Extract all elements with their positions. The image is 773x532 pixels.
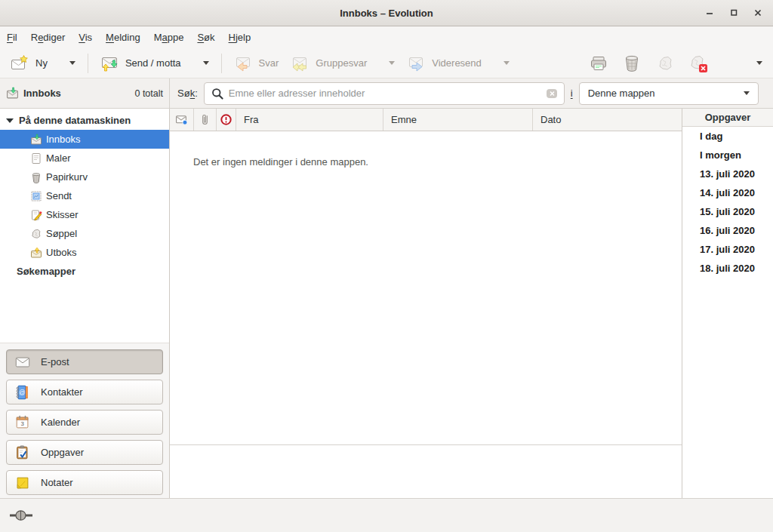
online-status-icon[interactable]	[9, 509, 33, 521]
close-button[interactable]	[750, 5, 765, 20]
toolbar-overflow-arrow[interactable]	[756, 61, 762, 65]
menu-sok[interactable]: Søk	[190, 28, 221, 47]
group-reply-label: Gruppesvar	[316, 57, 367, 69]
message-list-header: Fra Emne Dato	[170, 109, 682, 131]
trash-folder-icon	[30, 171, 42, 183]
switcher-memos-button[interactable]: Notater	[6, 470, 163, 495]
inbox-icon	[30, 134, 42, 146]
switcher-label: Oppgaver	[41, 447, 84, 458]
menu-hjelp[interactable]: Hjelp	[222, 28, 258, 47]
junk-button[interactable]	[655, 54, 675, 73]
task-item-today[interactable]: I dag	[682, 127, 773, 146]
task-item-date[interactable]: 18. juli 2020	[682, 259, 773, 278]
sidebar-item-innboks[interactable]: Innboks	[0, 130, 169, 149]
group-reply-icon	[291, 54, 309, 72]
switcher-label: Kalender	[41, 417, 80, 428]
sidebar-item-label: Maler	[46, 152, 71, 164]
tree-root-on-this-computer[interactable]: På denne datamaskinen	[0, 111, 169, 130]
toolbar-separator	[88, 54, 88, 73]
group-reply-button[interactable]: Gruppesvar	[285, 51, 401, 75]
clear-search-icon[interactable]	[546, 88, 558, 100]
group-reply-dropdown-arrow[interactable]	[389, 61, 395, 65]
sidebar-item-maler[interactable]: Maler	[0, 149, 169, 168]
sidebar-item-label: Skisser	[46, 209, 79, 220]
task-item-date[interactable]: 17. juli 2020	[682, 240, 773, 259]
search-scope-value: Denne mappen	[588, 88, 655, 99]
reply-icon	[234, 54, 252, 72]
search-input[interactable]	[229, 88, 541, 99]
menu-vis[interactable]: Vis	[72, 28, 99, 47]
sidebar-item-papirkurv[interactable]: Papirkurv	[0, 168, 169, 186]
trash-icon	[623, 54, 641, 72]
switcher-tasks-button[interactable]: Oppgaver	[6, 440, 163, 465]
column-date[interactable]: Dato	[533, 109, 682, 131]
minimize-icon	[704, 7, 716, 19]
forward-label: Videresend	[432, 57, 482, 69]
maximize-icon	[728, 7, 740, 19]
content: På denne datamaskinen Innboks Maler	[0, 109, 773, 498]
status-bar	[0, 498, 773, 532]
current-folder-name: Innboks	[23, 88, 61, 99]
switcher-label: Notater	[41, 477, 73, 488]
new-message-button[interactable]: Ny	[5, 51, 82, 75]
task-item-date[interactable]: 14. juli 2020	[682, 183, 773, 202]
switcher-mail-button[interactable]: E-post	[6, 349, 163, 374]
sidebar-item-soppel[interactable]: Søppel	[0, 224, 169, 243]
search-icon	[211, 87, 224, 100]
column-from[interactable]: Fra	[236, 109, 383, 131]
task-pane-header[interactable]: Oppgaver	[682, 109, 773, 127]
evolution-window: Innboks – Evolution Fil Rediger Vis Meld…	[0, 0, 773, 532]
menu-rediger[interactable]: Rediger	[24, 28, 72, 47]
maximize-button[interactable]	[726, 5, 741, 20]
tree-root-search-folders[interactable]: Søkemapper	[0, 262, 169, 281]
new-mail-icon	[11, 54, 29, 72]
sidebar-item-label: Papirkurv	[46, 171, 88, 183]
tree-root-label: På denne datamaskinen	[19, 115, 131, 126]
message-list-area: Det er ingen meldinger i denne mappen.	[170, 131, 682, 445]
window-controls	[702, 5, 773, 20]
print-icon	[590, 54, 608, 72]
minimize-button[interactable]	[702, 5, 717, 20]
folder-message-count: 0 totalt	[134, 88, 163, 99]
not-junk-button[interactable]	[688, 54, 708, 73]
send-receive-button[interactable]: Send / motta	[94, 51, 215, 75]
sidebar-item-sendt[interactable]: Sendt	[0, 186, 169, 205]
window-title: Innboks – Evolution	[0, 8, 773, 19]
forward-dropdown-arrow[interactable]	[504, 61, 510, 65]
expander-icon[interactable]	[6, 118, 14, 123]
menu-mappe[interactable]: Mappe	[147, 28, 191, 47]
sidebar: På denne datamaskinen Innboks Maler	[0, 109, 170, 498]
sidebar-item-skisser[interactable]: Skisser	[0, 205, 169, 224]
menu-melding[interactable]: Melding	[99, 28, 147, 47]
task-item-date[interactable]: 15. juli 2020	[682, 202, 773, 221]
task-pane: Oppgaver I dag I morgen 13. juli 2020 14…	[682, 109, 773, 498]
task-item-date[interactable]: 13. juli 2020	[682, 165, 773, 183]
menu-fil[interactable]: Fil	[0, 28, 24, 47]
forward-icon	[407, 54, 425, 72]
print-button[interactable]	[589, 54, 608, 73]
priority-icon	[220, 113, 233, 126]
task-item-date[interactable]: 16. juli 2020	[682, 221, 773, 240]
toolbar-separator	[221, 54, 222, 73]
message-preview-pane	[170, 445, 682, 498]
sidebar-item-utboks[interactable]: Utboks	[0, 243, 169, 262]
drafts-icon	[30, 209, 42, 221]
column-attachment[interactable]	[194, 109, 217, 131]
column-read-status[interactable]	[170, 109, 194, 131]
toolbar-right-group	[589, 54, 768, 73]
send-receive-dropdown-arrow[interactable]	[203, 61, 209, 65]
search-scope-dropdown[interactable]: Denne mappen	[579, 82, 759, 105]
column-priority[interactable]	[217, 109, 236, 131]
close-icon	[752, 7, 764, 19]
task-item-tomorrow[interactable]: I morgen	[682, 146, 773, 165]
switcher-calendar-button[interactable]: 3 Kalender	[6, 410, 163, 435]
send-receive-label: Send / motta	[125, 57, 181, 69]
forward-button[interactable]: Videresend	[401, 51, 516, 75]
switcher-contacts-button[interactable]: @ Kontakter	[6, 380, 163, 404]
column-subject[interactable]: Emne	[383, 109, 533, 131]
send-receive-icon	[100, 54, 119, 72]
reply-button[interactable]: Svar	[228, 51, 285, 75]
new-message-dropdown-arrow[interactable]	[69, 61, 75, 65]
delete-button[interactable]	[622, 54, 642, 73]
paperclip-icon	[199, 113, 211, 126]
